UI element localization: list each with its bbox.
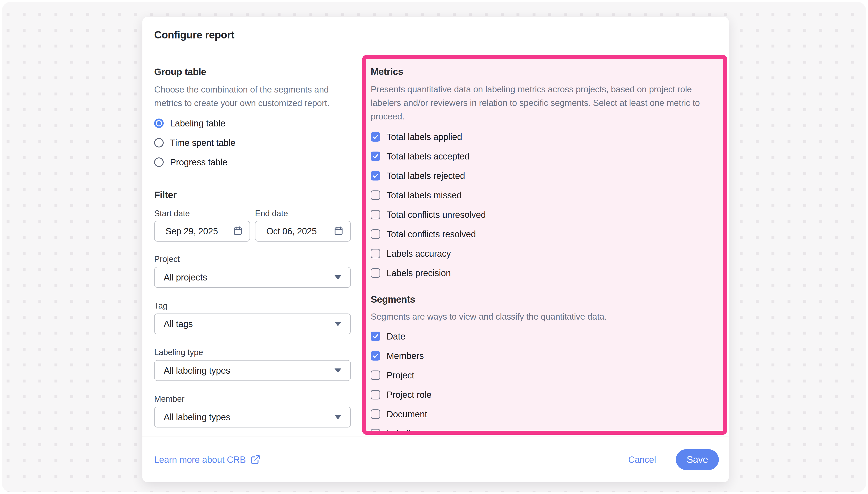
labeling-type-label: Labeling type	[154, 347, 351, 357]
group-table-column: Group table Choose the combination of th…	[154, 53, 351, 428]
checkbox-total-labels-rejected[interactable]: Total labels rejected	[371, 166, 710, 186]
save-button[interactable]: Save	[676, 449, 719, 470]
checkbox-project-role[interactable]: Project role	[371, 385, 710, 404]
radio-label: Progress table	[170, 157, 228, 167]
checkbox-total-labels-applied[interactable]: Total labels applied	[371, 127, 710, 147]
start-date-label: Start date	[154, 209, 250, 218]
metrics-segments-highlight-panel: Metrics Presents quantitative data on la…	[362, 55, 727, 435]
checkbox[interactable]	[371, 351, 380, 361]
calendar-icon	[334, 226, 343, 236]
checkbox-label: Total conflicts unresolved	[387, 210, 486, 220]
project-select-value: All projects	[164, 272, 335, 283]
radio-label: Time spent table	[170, 138, 235, 148]
checkbox[interactable]	[371, 132, 380, 141]
metrics-description: Presents quantitative data on labeling m…	[371, 82, 710, 123]
metrics-heading: Metrics	[371, 66, 710, 77]
check-icon	[372, 153, 379, 160]
checkbox[interactable]	[371, 410, 380, 419]
checkbox[interactable]	[371, 390, 380, 399]
checkbox-total-labels-accepted[interactable]: Total labels accepted	[371, 147, 710, 166]
chevron-down-icon	[335, 275, 341, 280]
radio-button[interactable]	[154, 138, 164, 148]
chevron-down-icon	[335, 368, 341, 373]
checkbox-date[interactable]: Date	[371, 327, 710, 346]
member-select[interactable]: All labeling types	[154, 407, 351, 428]
group-table-description: Choose the combination of the segments a…	[154, 83, 351, 110]
table-type-radio-group: Labeling table Time spent table Progress…	[154, 114, 351, 172]
checkbox-label: Project	[387, 370, 414, 380]
checkbox-labels-accuracy[interactable]: Labels accuracy	[371, 244, 710, 263]
chevron-down-icon	[335, 415, 341, 419]
checkbox-label: Total labels applied	[387, 132, 462, 142]
checkbox-project[interactable]: Project	[371, 365, 710, 385]
checkbox-label: Total labels rejected	[387, 171, 465, 181]
checkbox-label: Project role	[387, 390, 432, 400]
tag-select[interactable]: All tags	[154, 314, 351, 334]
check-icon	[372, 352, 379, 359]
checkbox[interactable]	[371, 429, 380, 435]
external-link-icon	[250, 454, 261, 465]
radio-labeling-table[interactable]: Labeling table	[154, 114, 351, 133]
checkbox-label: Date	[387, 331, 405, 342]
checkbox-label: Document	[387, 409, 427, 419]
learn-more-label: Learn more about CRB	[154, 455, 246, 465]
checkbox[interactable]	[371, 152, 380, 161]
checkbox[interactable]	[371, 370, 380, 380]
metrics-checkbox-group: Total labels applied Total labels accept…	[371, 127, 710, 283]
checkbox-members[interactable]: Members	[371, 346, 710, 365]
end-date-input[interactable]: Oct 06, 2025	[255, 221, 351, 242]
configure-report-dialog: Configure report Group table Choose the …	[142, 17, 729, 482]
checkbox-label: Total conflicts resolved	[387, 229, 476, 239]
end-date-value: Oct 06, 2025	[266, 226, 334, 236]
segments-description: Segments are ways to view and classify t…	[371, 310, 710, 323]
checkbox[interactable]	[371, 171, 380, 180]
dialog-footer: Learn more about CRB Cancel Save	[142, 437, 729, 482]
dialog-header: Configure report	[142, 17, 729, 53]
checkbox-total-conflicts-resolved[interactable]: Total conflicts resolved	[371, 224, 710, 244]
segments-heading: Segments	[371, 294, 710, 305]
tag-label: Tag	[154, 301, 351, 311]
start-date-input[interactable]: Sep 29, 2025	[154, 221, 250, 242]
calendar-icon	[233, 226, 243, 236]
chevron-down-icon	[335, 322, 341, 326]
labeling-type-select-value: All labeling types	[164, 365, 335, 376]
radio-time-spent-table[interactable]: Time spent table	[154, 133, 351, 152]
checkbox[interactable]	[371, 249, 380, 258]
member-label: Member	[154, 394, 351, 404]
page-title: Configure report	[154, 29, 234, 41]
project-label: Project	[154, 254, 351, 264]
radio-progress-table[interactable]: Progress table	[154, 152, 351, 172]
radio-label: Labeling table	[170, 118, 225, 129]
start-date-value: Sep 29, 2025	[165, 226, 233, 236]
checkbox[interactable]	[371, 268, 380, 278]
radio-button[interactable]	[154, 157, 164, 167]
checkbox-total-labels-missed[interactable]: Total labels missed	[371, 186, 710, 205]
checkbox-labeling-type[interactable]: Labeling type	[371, 424, 710, 435]
group-table-heading: Group table	[154, 66, 351, 77]
check-icon	[372, 333, 379, 340]
member-select-value: All labeling types	[164, 412, 335, 422]
segments-checkbox-group: Date Members Project Project role	[371, 327, 710, 435]
checkbox[interactable]	[371, 210, 380, 220]
checkbox-label: Labeling type	[387, 429, 439, 435]
labeling-type-select[interactable]: All labeling types	[154, 360, 351, 381]
checkbox-label: Total labels accepted	[387, 151, 470, 162]
checkbox[interactable]	[371, 190, 380, 200]
checkbox-label: Labels accuracy	[387, 249, 451, 259]
checkbox-label: Total labels missed	[387, 190, 461, 201]
checkbox[interactable]	[371, 331, 380, 341]
end-date-label: End date	[255, 209, 351, 218]
tag-select-value: All tags	[164, 319, 335, 329]
checkbox-label: Members	[387, 351, 424, 361]
radio-button[interactable]	[154, 118, 164, 128]
project-select[interactable]: All projects	[154, 267, 351, 288]
checkbox-labels-precision[interactable]: Labels precision	[371, 263, 710, 283]
checkbox-document[interactable]: Document	[371, 404, 710, 424]
filter-heading: Filter	[154, 190, 351, 201]
checkbox-total-conflicts-unresolved[interactable]: Total conflicts unresolved	[371, 205, 710, 224]
check-icon	[372, 172, 379, 179]
checkbox[interactable]	[371, 229, 380, 239]
checkbox-label: Labels precision	[387, 268, 451, 278]
cancel-button[interactable]: Cancel	[628, 455, 656, 465]
learn-more-link[interactable]: Learn more about CRB	[154, 454, 261, 465]
